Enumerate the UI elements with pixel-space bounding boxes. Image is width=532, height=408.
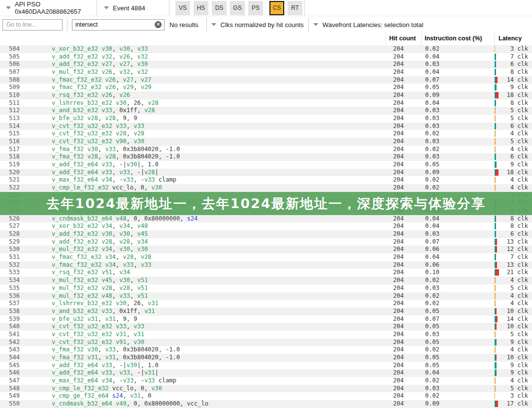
table-row[interactable]: 544v_fma_f32 v31, v31, 0x3b804020, -1.02… — [0, 354, 532, 362]
table-row[interactable]: 510v_rsq_f32_e32 v26, v262040.0918 clk — [0, 92, 532, 99]
table-row[interactable]: 521v_max_f32_e64 v34, -v33, -v33 clamp20… — [0, 176, 532, 184]
table-row[interactable]: 529v_add_f32_e32 v28, v28, v342040.0713 … — [0, 238, 532, 246]
table-row[interactable]: 507v_mul_f32_e32 v26, v32, v322040.048 c… — [0, 68, 532, 76]
instruction-text: v_add_f32_e64 v33, v33, -|v31| — [52, 369, 159, 377]
hit-count: 204 — [393, 169, 404, 177]
clks-normalized-dropdown[interactable]: Clks normalized by hit counts — [211, 21, 304, 29]
event-dropdown[interactable]: Event 4884 — [97, 4, 169, 12]
table-row[interactable]: 504v_xor_b32_e32 v30, v30, v332040.023 c… — [0, 45, 532, 53]
latency-value: 10 clk — [495, 354, 528, 362]
table-row[interactable]: 541v_cvt_f32_u32_e32 v31, v312040.035 cl… — [0, 331, 532, 339]
line-number: 517 — [0, 146, 20, 154]
toolbar-separator — [304, 0, 305, 16]
table-row[interactable]: 542v_cvt_f32_u32_e32 v91, v302040.059 cl… — [0, 339, 532, 346]
table-row[interactable]: 506v_add_f32_e32 v27, v27, v302040.036 c… — [0, 61, 532, 68]
goto-line-input[interactable] — [2, 19, 63, 31]
instruction-cost: 0.02 — [425, 45, 439, 53]
table-row[interactable]: 531v_fmac_f32_e32 v34, v28, v282040.047 … — [0, 253, 532, 261]
instruction-cost: 0.02 — [425, 130, 439, 138]
search-input[interactable] — [72, 21, 155, 28]
table-row[interactable]: 537v_lshrrev_b32_e32 v30, 26, v312040.02… — [0, 300, 532, 308]
table-row[interactable]: 530v_mul_f32_e32 v34, v30, v302040.0612 … — [0, 246, 532, 253]
instruction-text: v_fmac_f32_e32 v34, v33, v33 — [52, 261, 151, 269]
latency-value: 13 clk — [495, 261, 528, 269]
table-row[interactable]: 514v_cvt_f32_u32_e32 v33, v332040.036 cl… — [0, 123, 532, 130]
instruction-text: v_cmp_ge_f32_e64 s24, v31, 0 — [52, 392, 151, 400]
instruction-cost: 0.02 — [425, 184, 439, 192]
table-row[interactable]: 540v_cvt_f32_u32_e32 v33, v332040.0510 c… — [0, 323, 532, 331]
table-row[interactable]: 526v_cndmask_b32_e64 v48, 0, 0x80000000,… — [0, 215, 532, 223]
table-row[interactable]: 546v_add_f32_e64 v33, v33, -|v31|2040.04… — [0, 369, 532, 377]
instruction-text: v_mul_f32_e32 v28, v28, v51 — [52, 284, 148, 292]
overlay-banner: 去年1024最新地址一，去年1024最新地址一，深度探索与体验分享 — [0, 192, 532, 215]
toolbar-separator — [308, 18, 309, 31]
tab-gs[interactable]: GS — [230, 1, 245, 15]
line-number: 504 — [0, 45, 20, 53]
column-header-hit-count[interactable]: Hit count — [389, 35, 416, 42]
table-row[interactable]: 516v_cvt_f32_u32_e32 v90, v302040.035 cl… — [0, 138, 532, 146]
instruction-cost: 0.03 — [425, 331, 439, 339]
table-row[interactable]: 536v_mul_f32_e32 v48, v33, v512040.024 c… — [0, 292, 532, 300]
hit-count: 204 — [393, 261, 404, 269]
line-number: 521 — [0, 176, 20, 184]
table-row[interactable]: 508v_fmac_f32_e32 v26, v27, v272040.0714… — [0, 76, 532, 84]
table-row[interactable]: 549v_cmp_ge_f32_e64 s24, v31, 02040.023 … — [0, 392, 532, 400]
table-row[interactable]: 539v_bfe_u32 v31, v31, 9, 92040.0714 clk — [0, 315, 532, 323]
table-row[interactable]: 543v_fma_f32 v30, v33, 0x3b804020, -1.02… — [0, 346, 532, 354]
column-header-instruction-cost[interactable]: Instruction cost (%) — [425, 35, 482, 42]
table-row[interactable]: 522v_cmp_le_f32_e32 vcc_lo, 0, v302040.0… — [0, 184, 532, 192]
table-row[interactable]: 550v_cndmask_b32_e64 v49, 0, 0x80000000,… — [0, 400, 532, 408]
column-header-latency[interactable]: Latency — [499, 35, 522, 42]
table-row[interactable]: 534v_mul_f32_e32 v45, v30, v512040.024 c… — [0, 277, 532, 284]
line-number: 527 — [0, 222, 20, 230]
table-row[interactable]: 517v_fma_f32 v30, v33, 0x3b804020, -1.02… — [0, 146, 532, 154]
table-row[interactable]: 513v_bfe_u32 v28, v28, 9, 92040.035 clk — [0, 115, 532, 123]
tab-cs[interactable]: CS — [269, 1, 284, 15]
hit-count: 204 — [393, 123, 404, 130]
table-row[interactable]: 518v_fma_f32 v28, v28, 0x3b804020, -1.02… — [0, 153, 532, 161]
tab-rt[interactable]: RT — [288, 1, 302, 15]
latency-value: 4 clk — [495, 346, 528, 354]
search-box: ✕ — [72, 19, 165, 31]
table-row[interactable]: 520v_add_f32_e64 v33, v33, -|v28|2040.09… — [0, 169, 532, 177]
hit-count: 204 — [393, 45, 404, 53]
table-row[interactable]: 545v_add_f32_e64 v33, -|v30|, 1.02040.05… — [0, 362, 532, 370]
close-icon[interactable]: ✕ — [155, 21, 162, 28]
line-number: 530 — [0, 246, 20, 253]
tab-hs[interactable]: HS — [194, 1, 208, 15]
table-row[interactable]: 528v_add_f32_e32 v30, v30, v452040.036 c… — [0, 230, 532, 238]
table-row[interactable]: 505v_add_f32_e32 v32, v26, v322040.047 c… — [0, 53, 532, 61]
line-number: 531 — [0, 253, 20, 261]
table-row[interactable]: 519v_add_f32_e64 v33, -|v30|, 1.02040.05… — [0, 161, 532, 169]
table-row[interactable]: 532v_fmac_f32_e32 v34, v33, v332040.0613… — [0, 261, 532, 269]
table-row[interactable]: 538v_and_b32_e32 v33, 0x1ff, v312040.051… — [0, 308, 532, 315]
hit-count: 204 — [393, 130, 404, 138]
table-row[interactable]: 509v_fmac_f32_e32 v26, v29, v292040.059 … — [0, 84, 532, 92]
table-row[interactable]: 535v_mul_f32_e32 v28, v28, v512040.035 c… — [0, 284, 532, 292]
instruction-cost: 0.03 — [425, 61, 439, 68]
api-pso-dropdown[interactable]: API PSO 0x460DAA2088862657 — [0, 0, 97, 15]
line-number: 536 — [0, 292, 20, 300]
instruction-cost: 0.05 — [425, 323, 439, 331]
latency-value: 4 clk — [495, 184, 528, 192]
line-number: 526 — [0, 215, 20, 223]
latency-value: 4 clk — [495, 146, 528, 154]
tab-vs[interactable]: VS — [175, 1, 190, 15]
table-row[interactable]: 512v_and_b32_e32 v33, 0x1ff, v282040.035… — [0, 107, 532, 115]
table-row[interactable]: 527v_xor_b32_e32 v34, v34, v482040.048 c… — [0, 222, 532, 230]
hit-count: 204 — [393, 354, 404, 362]
instruction-cost: 0.05 — [425, 161, 439, 169]
instruction-text: v_fmac_f32_e32 v26, v27, v27 — [52, 76, 151, 84]
wavefront-latencies-dropdown[interactable]: Wavefront Latencies: selection total — [313, 21, 424, 29]
table-row[interactable]: 547v_max_f32_e64 v34, -v33, -v33 clamp20… — [0, 377, 532, 385]
tab-ds[interactable]: DS — [212, 1, 227, 15]
table-row[interactable]: 533v_rsq_f32_e32 v51, v342040.1021 clk — [0, 269, 532, 277]
table-row[interactable]: 511v_lshrrev_b32_e32 v30, 26, v282040.04… — [0, 99, 532, 107]
table-row[interactable]: 548v_cmp_le_f32_e32 vcc_lo, 0, v302040.0… — [0, 385, 532, 393]
tab-ps[interactable]: PS — [248, 1, 263, 15]
hit-count: 204 — [393, 84, 404, 92]
instruction-text: v_cvt_f32_u32_e32 v31, v31 — [52, 331, 144, 339]
instruction-text: v_xor_b32_e32 v30, v30, v33 — [52, 45, 148, 53]
instruction-cost: 0.02 — [425, 377, 439, 385]
table-row[interactable]: 515v_cvt_f32_u32_e32 v28, v282040.024 cl… — [0, 130, 532, 138]
